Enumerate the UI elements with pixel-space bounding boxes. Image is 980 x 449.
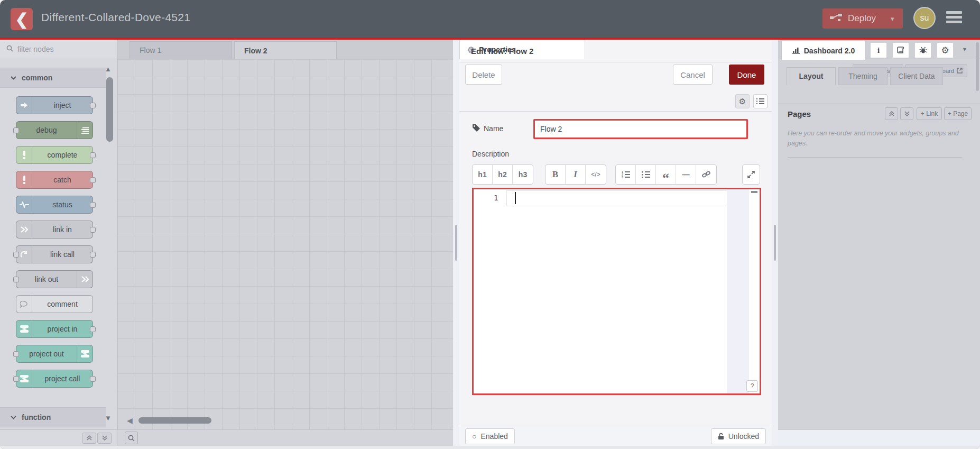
- canvas-search-button[interactable]: [125, 432, 138, 444]
- palette-node-link-in[interactable]: link in: [16, 221, 93, 239]
- h3-button[interactable]: h3: [513, 165, 533, 184]
- tab-flow-1[interactable]: Flow 1: [130, 41, 232, 59]
- ordered-list-button[interactable]: 123: [616, 165, 636, 184]
- palette-expand-all-button[interactable]: [97, 433, 112, 444]
- palette-node-comment[interactable]: comment: [16, 295, 93, 313]
- resize-grip[interactable]: [774, 225, 776, 261]
- description-editor[interactable]: 1 ?: [472, 188, 761, 395]
- palette-node-complete[interactable]: complete: [16, 146, 93, 164]
- palette-node-project-call[interactable]: project call: [16, 370, 93, 388]
- editor-help-button[interactable]: ?: [746, 380, 758, 392]
- node-settings-button[interactable]: ⚙: [735, 94, 750, 108]
- add-page-button[interactable]: + Page: [944, 107, 972, 120]
- cancel-button[interactable]: Cancel: [673, 65, 713, 85]
- pages-divider: [788, 157, 962, 158]
- header-bar: ❮ Different-Collared-Dove-4521 Deploy ▾ …: [0, 0, 980, 38]
- palette-node-inject[interactable]: inject: [16, 96, 93, 114]
- tray-left-resizer[interactable]: [453, 40, 459, 446]
- tab-theming[interactable]: Theming: [838, 67, 887, 85]
- sidebar-config-tab-button[interactable]: ⚙: [937, 42, 954, 58]
- palette-node-label: project out: [16, 350, 77, 358]
- deploy-button[interactable]: Deploy ▾: [822, 8, 903, 29]
- editor-cursor: [515, 192, 516, 204]
- canvas-hscrollbar-thumb[interactable]: [138, 417, 211, 424]
- tab-dashboard-2[interactable]: Dashboard 2.0: [781, 41, 866, 60]
- palette-node-project-in[interactable]: project in: [16, 320, 93, 338]
- info-icon: i: [877, 46, 880, 55]
- editor-scrollbar[interactable]: [750, 189, 759, 393]
- add-link-button[interactable]: + Link: [917, 107, 942, 120]
- italic-button[interactable]: I: [566, 165, 586, 184]
- link-button[interactable]: [696, 165, 716, 184]
- tab-client-data[interactable]: Client Data: [890, 67, 943, 85]
- editor-scrollbar-thumb[interactable]: [751, 191, 757, 193]
- node-port[interactable]: [90, 252, 96, 258]
- sidebar-help-tab-button[interactable]: [892, 42, 909, 58]
- sidebar-debug-tab-button[interactable]: [914, 42, 931, 58]
- pages-move-down-button[interactable]: [900, 107, 913, 120]
- palette-category-function[interactable]: function: [0, 407, 106, 427]
- code-button[interactable]: </>: [586, 165, 606, 184]
- node-port[interactable]: [13, 127, 19, 133]
- palette-scroll-down-icon[interactable]: ▼: [105, 414, 112, 422]
- expand-icon: [747, 171, 755, 178]
- h1-button[interactable]: h1: [473, 165, 493, 184]
- node-description-button[interactable]: [753, 94, 768, 108]
- node-port[interactable]: [90, 227, 96, 233]
- tab-layout[interactable]: Layout: [787, 67, 836, 85]
- node-port[interactable]: [13, 351, 19, 357]
- bold-button[interactable]: B: [546, 165, 566, 184]
- sidebar-info-tab-button[interactable]: i: [870, 42, 887, 58]
- flow-lock-toggle[interactable]: Unlocked: [711, 428, 766, 444]
- palette-node-debug[interactable]: debug: [16, 121, 93, 139]
- palette-node-catch[interactable]: catch: [16, 171, 93, 189]
- flow-canvas[interactable]: [117, 59, 453, 429]
- horizontal-rule-button[interactable]: —: [676, 165, 696, 184]
- window-scrollbar-thumb[interactable]: [976, 42, 979, 91]
- palette-node-project-out[interactable]: project out: [16, 345, 93, 363]
- deploy-options-caret-icon[interactable]: ▾: [884, 15, 894, 23]
- unordered-list-button[interactable]: [636, 165, 656, 184]
- main-menu-button[interactable]: [946, 11, 962, 25]
- palette-category-common[interactable]: common: [0, 68, 106, 88]
- palette-scroll-up-icon[interactable]: ▲: [105, 65, 112, 73]
- palette-search-input[interactable]: filter nodes: [0, 40, 117, 59]
- node-port[interactable]: [90, 177, 96, 183]
- palette-node-link-out[interactable]: link out: [16, 270, 93, 288]
- done-button[interactable]: Done: [729, 65, 764, 85]
- editor-expand-button[interactable]: [742, 164, 760, 185]
- flow-name-input[interactable]: Flow 2: [533, 119, 748, 139]
- tab-flow-2[interactable]: Flow 2: [234, 41, 337, 60]
- node-port[interactable]: [90, 202, 96, 208]
- palette-node-label: link out: [16, 275, 77, 283]
- palette-node-label: link call: [32, 250, 93, 259]
- bug-icon: [919, 47, 927, 54]
- canvas-scroll-left-icon[interactable]: ◀: [127, 416, 133, 425]
- palette-node-link-call[interactable]: link call: [16, 245, 93, 263]
- quote-button[interactable]: “: [656, 165, 676, 184]
- h2-button[interactable]: h2: [493, 165, 513, 184]
- user-avatar[interactable]: su: [913, 7, 936, 29]
- node-port[interactable]: [90, 152, 96, 158]
- palette-node-label: debug: [16, 126, 77, 134]
- delete-button[interactable]: Delete: [465, 65, 502, 85]
- editor-line-number: 1: [494, 194, 498, 202]
- pages-move-up-button[interactable]: [885, 107, 898, 120]
- pages-section-title: Pages: [788, 109, 811, 118]
- node-port[interactable]: [90, 376, 96, 382]
- sidebar-more-tabs-caret-icon[interactable]: ▾: [963, 45, 966, 53]
- sidebar-resizer[interactable]: [772, 40, 778, 446]
- palette-collapse-all-button[interactable]: [82, 433, 96, 444]
- palette-scrollbar-thumb[interactable]: [106, 77, 113, 142]
- resize-grip[interactable]: [455, 225, 457, 261]
- editor-minimap[interactable]: [727, 189, 749, 393]
- node-port[interactable]: [13, 252, 19, 258]
- node-port[interactable]: [90, 326, 96, 332]
- node-port[interactable]: [13, 277, 19, 282]
- search-icon: [6, 45, 13, 53]
- node-port[interactable]: [13, 376, 19, 382]
- node-port[interactable]: [90, 103, 96, 108]
- flow-enabled-toggle[interactable]: ○ Enabled: [465, 428, 515, 444]
- palette-node-status[interactable]: status: [16, 196, 93, 214]
- double-chevron-down-icon: [904, 111, 910, 116]
